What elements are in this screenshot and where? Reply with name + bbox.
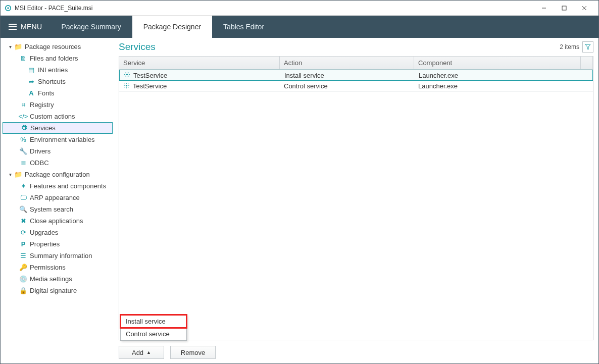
sidebar-section-package-resources[interactable]: ▾ 📁 Package resources (3, 41, 113, 53)
tab-package-summary[interactable]: Package Summary (50, 16, 132, 38)
percent-icon: % (19, 136, 28, 143)
table-row[interactable]: TestService Install service Launcher.exe (119, 70, 593, 81)
search-icon: 🔍 (19, 205, 28, 213)
remove-button[interactable]: Remove (170, 346, 216, 359)
key-icon: 🔑 (19, 264, 28, 271)
minimize-button[interactable] (534, 1, 554, 15)
font-icon: A (27, 89, 36, 97)
svg-rect-3 (562, 6, 566, 10)
popup-item-install-service[interactable]: Install service (121, 315, 186, 328)
body: ▾ 📁 Package resources 🗎Files and folders… (1, 38, 598, 363)
caret-down-icon: ▾ (8, 172, 13, 177)
add-popup-menu: Install service Control service (120, 315, 187, 341)
database-icon: ≣ (19, 159, 28, 167)
close-icon: ✖ (19, 217, 28, 225)
app-icon (5, 5, 12, 12)
grid-header: Service Action Component (119, 57, 593, 70)
main-panel: Services 2 items Service Action Componen… (115, 38, 598, 363)
monitor-icon: 🖵 (19, 194, 28, 201)
svg-point-10 (126, 84, 127, 86)
filter-icon (585, 44, 591, 50)
column-header-component[interactable]: Component (414, 57, 581, 69)
sidebar-item-registry[interactable]: ⌗Registry (3, 99, 113, 111)
column-header-service[interactable]: Service (119, 57, 280, 69)
popup-item-control-service[interactable]: Control service (121, 328, 186, 340)
app-window: MSI Editor - PACE_Suite.msi MENU Package… (0, 0, 599, 364)
sidebar-item-drivers[interactable]: 🔧Drivers (3, 145, 113, 157)
sidebar-item-ini-entries[interactable]: ▤INI entries (3, 64, 113, 76)
filter-button[interactable] (582, 41, 593, 53)
gear-icon (123, 82, 130, 90)
caret-down-icon: ▾ (8, 44, 13, 49)
folder-icon: 📁 (14, 171, 23, 178)
maximize-button[interactable] (554, 1, 574, 15)
sidebar-item-custom-actions[interactable]: </>Custom actions (3, 111, 113, 122)
sidebar-item-fonts[interactable]: AFonts (3, 87, 113, 99)
table-row[interactable]: TestService Control service Launcher.exe (119, 81, 593, 92)
sidebar-item-digital-signature[interactable]: 🔒Digital signature (3, 285, 113, 296)
disc-icon: 💿 (19, 275, 28, 283)
sidebar-item-close-applications[interactable]: ✖Close applications (3, 215, 113, 227)
close-button[interactable] (574, 1, 594, 15)
sidebar-item-features-and-components[interactable]: ✦Features and components (3, 180, 113, 192)
svg-point-1 (7, 7, 9, 9)
lock-icon: 🔒 (19, 287, 28, 294)
code-icon: </> (19, 113, 28, 120)
sidebar-item-files-and-folders[interactable]: 🗎Files and folders (3, 53, 113, 64)
hamburger-icon (9, 24, 17, 30)
sidebar-item-services[interactable]: Services (3, 122, 113, 134)
menu-button[interactable]: MENU (1, 16, 50, 38)
column-header-action[interactable]: Action (280, 57, 414, 69)
window-controls (534, 1, 594, 15)
tab-package-designer[interactable]: Package Designer (132, 16, 212, 38)
window-title: MSI Editor - PACE_Suite.msi (15, 5, 534, 12)
caret-up-icon: ▲ (146, 350, 151, 355)
wrench-icon: 🔧 (19, 147, 28, 155)
puzzle-icon: ✦ (19, 182, 28, 190)
gear-icon (19, 125, 28, 131)
sidebar-section-package-configuration[interactable]: ▾ 📁 Package configuration (3, 169, 113, 180)
titlebar: MSI Editor - PACE_Suite.msi (1, 1, 598, 16)
sidebar-item-permissions[interactable]: 🔑Permissions (3, 262, 113, 273)
registry-icon: ⌗ (19, 101, 28, 109)
main-header: Services 2 items (119, 38, 593, 56)
sidebar-item-media-settings[interactable]: 💿Media settings (3, 273, 113, 285)
menubar: MENU Package Summary Package Designer Ta… (1, 16, 598, 38)
item-count: 2 items (560, 43, 579, 50)
sidebar: ▾ 📁 Package resources 🗎Files and folders… (1, 38, 115, 363)
svg-point-9 (126, 74, 128, 75)
ini-icon: ▤ (27, 66, 36, 74)
page-title: Services (119, 41, 560, 53)
sidebar-item-system-search[interactable]: 🔍System search (3, 203, 113, 215)
sidebar-item-odbc[interactable]: ≣ODBC (3, 157, 113, 169)
sidebar-item-properties[interactable]: PProperties (3, 238, 113, 250)
main-tabs: Package Summary Package Designer Tables … (50, 16, 275, 38)
shortcut-icon: ➦ (27, 78, 36, 85)
sidebar-item-shortcuts[interactable]: ➦Shortcuts (3, 76, 113, 87)
refresh-icon: ⟳ (19, 229, 28, 236)
add-button[interactable]: Add ▲ (119, 346, 164, 359)
folder-icon: 📁 (14, 43, 23, 50)
properties-icon: P (19, 240, 28, 248)
sidebar-item-summary-information[interactable]: ☰Summary information (3, 250, 113, 262)
menu-label: MENU (21, 23, 42, 31)
file-icon: 🗎 (19, 55, 28, 62)
gear-icon (124, 71, 130, 79)
tab-tables-editor[interactable]: Tables Editor (212, 16, 275, 38)
sidebar-item-arp-appearance[interactable]: 🖵ARP appearance (3, 192, 113, 203)
footer-buttons: Add ▲ Remove (119, 340, 593, 360)
sidebar-item-environment-variables[interactable]: %Environment variables (3, 134, 113, 145)
column-header-spacer (581, 57, 593, 69)
doc-icon: ☰ (19, 252, 28, 259)
services-grid: Service Action Component TestService Ins… (119, 56, 593, 340)
sidebar-item-upgrades[interactable]: ⟳Upgrades (3, 227, 113, 238)
grid-rows: TestService Install service Launcher.exe… (119, 70, 593, 340)
